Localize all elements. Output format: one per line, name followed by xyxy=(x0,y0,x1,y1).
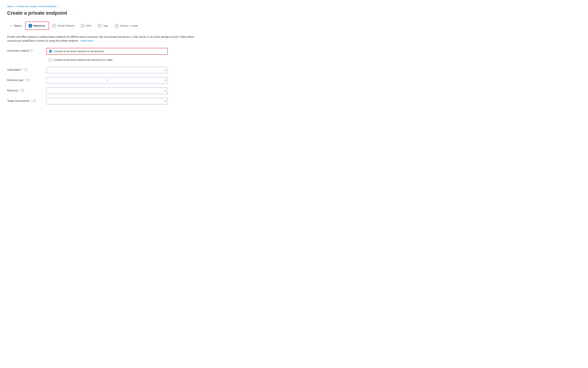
tab-basics[interactable]: ✓ Basics xyxy=(7,23,25,29)
resource-type-dropdown-wrapper: ∨ xyxy=(46,77,168,84)
tab-tags[interactable]: 5 Tags xyxy=(95,22,112,29)
tab-tags-label: Tags xyxy=(103,24,108,27)
learn-more-link[interactable]: Learn more xyxy=(80,39,93,42)
radio-option-resource-id[interactable]: Connect to an Azure resource by resource… xyxy=(46,57,168,63)
tab-resource-label: Resource xyxy=(34,24,45,27)
tab-dns[interactable]: 4 DNS xyxy=(78,22,95,29)
resource-type-row: Resource type * i ∨ xyxy=(7,77,168,84)
tab-basics-label: Basics xyxy=(14,24,22,27)
radio-directory-label: Connect to an Azure resource in my direc… xyxy=(54,50,105,53)
subscription-dropdown-wrapper: ∨ xyxy=(46,67,168,73)
radio-directory-input[interactable] xyxy=(49,50,52,53)
tab-vnet-number: 3 xyxy=(52,24,56,28)
subscription-label: Subscription * i xyxy=(7,67,43,71)
subscription-required: * xyxy=(22,68,23,71)
basics-checkmark-icon: ✓ xyxy=(10,24,12,27)
resource-required: * xyxy=(19,89,20,92)
resource-type-control: ∨ xyxy=(46,77,168,84)
breadcrumb-sep2: > xyxy=(57,5,59,8)
tab-dns-label: DNS xyxy=(86,24,91,27)
target-sub-resource-select[interactable] xyxy=(46,98,168,104)
radio-resource-id-input[interactable] xyxy=(49,58,52,62)
tab-vnet-label: Virtual Network xyxy=(57,24,74,27)
subscription-select[interactable] xyxy=(46,67,168,73)
form-section: Connection method i Connect to an Azure … xyxy=(7,48,168,104)
radio-resource-id-label: Connect to an Azure resource by resource… xyxy=(53,58,113,61)
ellipsis-menu-button[interactable]: ... xyxy=(69,11,74,16)
breadcrumb-home[interactable]: Home xyxy=(7,5,13,8)
page-title: Create a private endpoint xyxy=(7,10,67,16)
subscription-info-icon[interactable]: i xyxy=(25,68,27,71)
tabs-row: ✓ Basics 2 Resource 3 Virtual Network 4 … xyxy=(7,22,581,30)
resource-row: Resource * i ∨ xyxy=(7,88,168,94)
resource-type-label: Resource type * i xyxy=(7,77,43,82)
page-title-row: Create a private endpoint ... xyxy=(7,10,581,16)
resource-label: Resource * i xyxy=(7,88,43,92)
resource-type-info-icon[interactable]: i xyxy=(27,79,30,82)
tab-resource[interactable]: 2 Resource xyxy=(25,22,49,30)
resource-control: ∨ xyxy=(46,88,168,94)
target-sub-resource-label: Target sub-resource * i xyxy=(7,98,43,102)
resource-type-required: * xyxy=(25,79,26,82)
connection-method-row: Connection method i Connect to an Azure … xyxy=(7,48,168,63)
tab-review-number: 6 xyxy=(115,24,119,28)
resource-select[interactable] xyxy=(46,88,168,94)
subscription-row: Subscription * i ∨ xyxy=(7,67,168,73)
resource-info-icon[interactable]: i xyxy=(21,89,24,92)
target-sub-resource-control: ∨ xyxy=(46,98,168,104)
description-text: Private Link offers options to create pr… xyxy=(7,35,203,43)
tab-review-label: Review + create xyxy=(120,24,138,27)
target-sub-resource-info-icon[interactable]: i xyxy=(33,99,36,102)
tab-virtual-network[interactable]: 3 Virtual Network xyxy=(49,22,78,29)
target-sub-resource-required: * xyxy=(31,99,32,102)
connection-method-label: Connection method i xyxy=(7,48,43,52)
connection-method-info-icon[interactable]: i xyxy=(30,49,33,52)
subscription-control: ∨ xyxy=(46,67,168,73)
radio-option-directory[interactable]: Connect to an Azure resource in my direc… xyxy=(46,48,168,55)
target-sub-resource-dropdown-wrapper: ∨ xyxy=(46,98,168,104)
breadcrumb-private-link[interactable]: Private Link Center | Private endpoints xyxy=(17,5,56,8)
breadcrumb-sep1: > xyxy=(14,5,16,8)
breadcrumb: Home > Private Link Center | Private end… xyxy=(7,5,581,8)
target-sub-resource-row: Target sub-resource * i ∨ xyxy=(7,98,168,104)
tab-resource-number: 2 xyxy=(28,24,32,28)
tab-dns-number: 4 xyxy=(81,24,85,28)
radio-group: Connect to an Azure resource in my direc… xyxy=(46,48,168,63)
connection-method-options: Connect to an Azure resource in my direc… xyxy=(46,48,168,63)
tab-review-create[interactable]: 6 Review + create xyxy=(112,22,142,29)
tab-tags-number: 5 xyxy=(98,24,102,28)
resource-dropdown-wrapper: ∨ xyxy=(46,88,168,94)
